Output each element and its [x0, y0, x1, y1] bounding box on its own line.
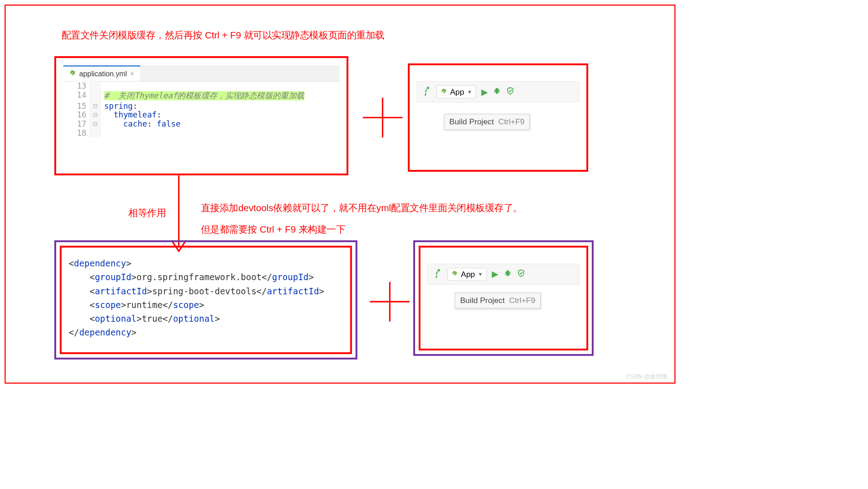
build-hammer-icon[interactable] — [421, 85, 433, 99]
run-icon[interactable]: ▶ — [492, 269, 498, 279]
yml-editor-panel: application.yml ✕ 1314# 关闭Thymeleaf的模板缓存… — [54, 56, 348, 175]
fold-gutter[interactable] — [90, 90, 100, 101]
coverage-icon[interactable] — [517, 269, 525, 279]
editor-tabbar: application.yml ✕ — [63, 65, 339, 82]
diagram-frame: 配置文件关闭模版缓存，然后再按 Ctrl + F9 就可以实现静态模板页面的重加… — [5, 5, 675, 384]
mid-text-line2: 但是都需要按 Ctrl + F9 来构建一下 — [201, 223, 346, 236]
build-tooltip: Build Project Ctrl+F9 — [444, 114, 530, 130]
code-text[interactable]: spring: — [100, 101, 137, 111]
pom-dependency-panel: <dependency> <groupId>org.springframewor… — [54, 240, 358, 360]
editor-line[interactable]: 13 — [71, 81, 340, 90]
coverage-icon[interactable] — [506, 87, 514, 97]
code-text[interactable]: cache: false — [100, 119, 180, 128]
fold-gutter[interactable]: ⊟ — [90, 101, 100, 111]
line-number: 16 — [71, 110, 90, 119]
plus-icon — [368, 280, 411, 324]
run-config-label: App — [450, 87, 464, 97]
close-icon[interactable]: ✕ — [130, 70, 134, 77]
tooltip-shortcut: Ctrl+F9 — [498, 117, 524, 126]
spring-leaf-icon — [69, 69, 76, 79]
tooltip-label: Build Project — [449, 117, 494, 126]
spring-leaf-icon — [441, 88, 447, 96]
editor-line[interactable]: 17⊟ cache: false — [71, 119, 340, 128]
editor-line[interactable]: 14# 关闭Thymeleaf的模板缓存，实现静态模版的重加载 — [71, 90, 340, 101]
chevron-down-icon: ▼ — [467, 89, 472, 95]
tab-label: application.yml — [79, 70, 127, 78]
build-tooltip: Build Project Ctrl+F9 — [455, 292, 541, 308]
fold-gutter[interactable] — [90, 128, 100, 138]
debug-icon[interactable] — [493, 86, 501, 97]
line-number: 13 — [71, 81, 90, 90]
run-config-label: App — [461, 270, 475, 279]
editor-line[interactable]: 15⊟spring: — [71, 101, 340, 111]
build-hammer-icon[interactable] — [431, 267, 444, 282]
tooltip-shortcut: Ctrl+F9 — [509, 296, 535, 305]
run-config-dropdown[interactable]: App ▼ — [437, 85, 476, 98]
fold-gutter[interactable]: ⊟ — [90, 119, 100, 128]
editor-line[interactable]: 18 — [71, 128, 340, 138]
chevron-down-icon: ▼ — [478, 271, 483, 277]
fold-gutter[interactable] — [90, 81, 100, 90]
spring-leaf-icon — [452, 270, 458, 278]
line-number: 15 — [71, 101, 90, 111]
ide-toolbar-panel-1: App ▼ ▶ Build Project Ctrl+F9 — [408, 64, 588, 172]
ide-toolbar: App ▼ ▶ — [417, 81, 579, 102]
code-text[interactable]: thymeleaf: — [100, 110, 161, 119]
line-number: 18 — [71, 128, 90, 138]
equal-effect-text: 相等作用 — [128, 207, 166, 219]
line-number: 14 — [71, 90, 90, 101]
fold-gutter[interactable]: ⊟ — [90, 110, 100, 119]
ide-toolbar-panel-2: App ▼ ▶ Build Project Ctrl+F9 — [413, 240, 594, 356]
debug-icon[interactable] — [504, 269, 512, 280]
line-number: 17 — [71, 119, 90, 128]
watermark: CSDN @金州饿 — [626, 373, 667, 381]
heading-text: 配置文件关闭模版缓存，然后再按 Ctrl + F9 就可以实现静态模板页面的重加… — [62, 29, 384, 42]
ide-toolbar: App ▼ ▶ — [428, 264, 579, 285]
code-text[interactable] — [100, 81, 104, 90]
editor-body: 1314# 关闭Thymeleaf的模板缓存，实现静态模版的重加载15⊟spri… — [71, 81, 340, 137]
code-text[interactable]: # 关闭Thymeleaf的模板缓存，实现静态模版的重加载 — [100, 90, 304, 101]
editor-line[interactable]: 16⊟ thymeleaf: — [71, 110, 340, 119]
code-text[interactable] — [100, 128, 104, 138]
pom-dependency-code: <dependency> <groupId>org.springframewor… — [60, 246, 352, 354]
editor-tab-application-yml[interactable]: application.yml ✕ — [63, 65, 141, 81]
mid-text-line1: 直接添加devtools依赖就可以了，就不用在yml配置文件里面关闭模板缓存了。 — [201, 202, 522, 214]
run-config-dropdown[interactable]: App ▼ — [447, 268, 487, 281]
run-icon[interactable]: ▶ — [481, 87, 488, 97]
plus-icon — [361, 96, 405, 139]
tooltip-label: Build Project — [460, 296, 505, 305]
